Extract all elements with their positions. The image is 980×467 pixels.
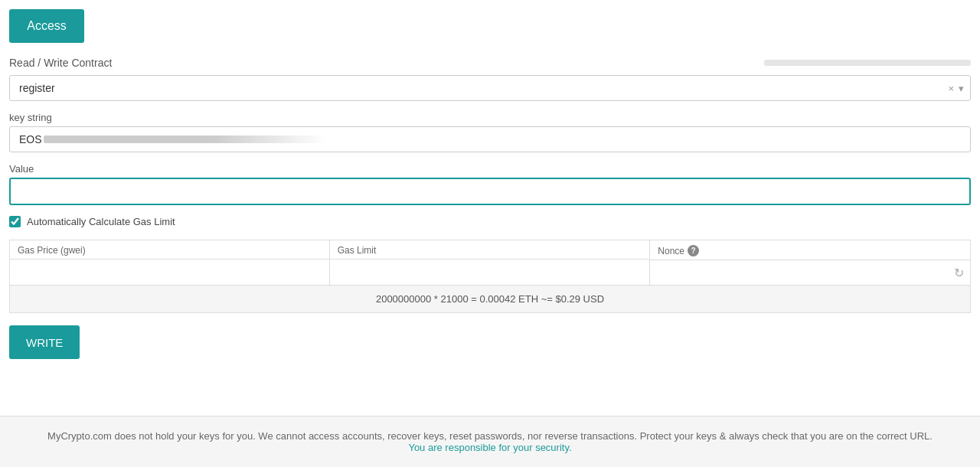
key-string-input-display: EOS <box>9 126 971 152</box>
auto-calculate-gas-checkbox[interactable] <box>9 216 21 227</box>
footer-text: MyCrypto.com does not hold your keys for… <box>47 430 933 442</box>
footer: MyCrypto.com does not hold your keys for… <box>0 416 980 467</box>
nonce-input[interactable]: 2 <box>650 260 954 285</box>
eos-prefix: EOS <box>19 133 42 145</box>
section-title: Read / Write Contract <box>9 57 112 69</box>
nonce-refresh-icon[interactable]: ↻ <box>954 266 970 280</box>
eos-masked-key <box>44 136 327 143</box>
write-button[interactable]: WRITE <box>9 325 80 359</box>
nonce-help-icon[interactable]: ? <box>688 245 699 256</box>
nonce-label: Nonce ? <box>650 240 970 260</box>
gas-grid: Gas Price (gwei) 20 Gas Limit 21000 Nonc… <box>9 240 971 286</box>
gas-price-input[interactable]: 20 <box>10 260 329 284</box>
footer-security-link[interactable]: You are responsible for your security. <box>408 442 571 453</box>
key-string-label: key string <box>9 112 971 123</box>
select-chevron-icon[interactable]: ▾ <box>959 83 964 94</box>
gas-limit-field: Gas Limit 21000 <box>330 240 651 286</box>
select-current-value: register <box>10 76 948 100</box>
gas-limit-input[interactable]: 21000 <box>330 260 650 284</box>
nonce-field: Nonce ? 2 ↻ <box>650 240 971 286</box>
header-bar-decoration <box>764 60 971 66</box>
value-label: Value <box>9 163 971 175</box>
gas-price-label: Gas Price (gwei) <box>10 240 329 260</box>
gas-summary: 2000000000 * 21000 = 0.00042 ETH ~= $0.2… <box>9 286 971 313</box>
gas-limit-label: Gas Limit <box>330 240 650 260</box>
value-input[interactable] <box>9 178 971 205</box>
function-select[interactable]: register × ▾ <box>9 75 971 101</box>
access-button[interactable]: Access <box>9 9 84 43</box>
select-clear-icon[interactable]: × <box>948 83 954 94</box>
gas-price-field: Gas Price (gwei) 20 <box>9 240 330 286</box>
auto-calculate-gas-label: Automatically Calculate Gas Limit <box>27 216 175 227</box>
